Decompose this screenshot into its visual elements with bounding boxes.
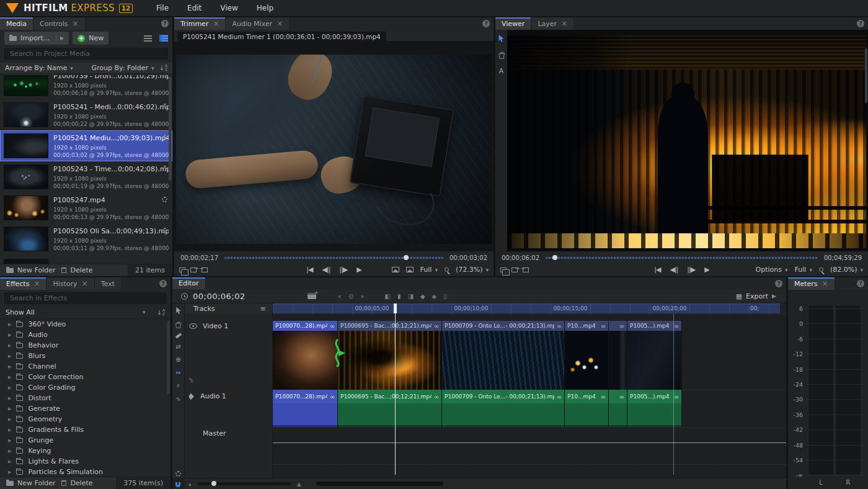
scrubber-thumb[interactable] (552, 255, 557, 260)
close-icon[interactable] (213, 20, 219, 28)
expand-arrow-icon[interactable]: ▶ (8, 364, 11, 369)
speaker-icon[interactable] (189, 395, 191, 398)
zoom-out-icon[interactable]: ▲ (188, 482, 192, 486)
pause-trim-icon[interactable]: ▮ (397, 293, 401, 300)
export-button[interactable]: ▦ Export ▶ (736, 292, 776, 300)
media-item[interactable]: P1005241 - Medi...0;00;46;02).mp4 1920 x… (0, 99, 172, 130)
timeline-clip[interactable] (609, 390, 627, 427)
trimmer-scrubber[interactable] (224, 257, 443, 259)
trimmer-zoom-dropdown[interactable]: (72.3%) (456, 266, 489, 274)
expand-arrow-icon[interactable]: ▶ (8, 396, 11, 401)
step-forward-button[interactable]: ||▶ (687, 266, 695, 274)
go-to-start-button[interactable]: |◀ (654, 266, 660, 274)
video-track-header[interactable]: Video 1 (189, 322, 228, 330)
timeline-clip[interactable]: P1000695 - Bac...;00;12;21).mp4 (338, 390, 442, 427)
tab-trimmer[interactable]: Trimmer (174, 17, 226, 30)
insert-icon[interactable] (523, 267, 529, 272)
playhead[interactable] (395, 303, 396, 475)
effects-search-input[interactable] (4, 292, 166, 304)
snap-magnet-icon[interactable] (175, 482, 180, 487)
effects-folder-row[interactable]: ▶ Particles & Simulation (0, 467, 170, 476)
select-tool-icon[interactable] (175, 307, 182, 315)
menu-item[interactable]: Edit (187, 4, 202, 12)
slider-thumb[interactable] (211, 481, 216, 486)
timeline-clip[interactable] (609, 321, 627, 390)
tab-effects[interactable]: Effects (0, 277, 46, 290)
hand-tool-icon[interactable] (498, 51, 505, 59)
expand-arrow-icon[interactable]: ▶ (8, 354, 11, 359)
sort-icon[interactable]: ↓AZ (159, 64, 167, 71)
timeline-clip[interactable]: P1000695 - Bac...;00;12;21).mp4 (338, 321, 442, 390)
snapshot-icon[interactable] (406, 267, 414, 272)
timeline-clip[interactable]: P10...mp4 (565, 390, 609, 427)
timeline-zoom-slider[interactable] (198, 482, 291, 485)
zoom-in-icon[interactable]: ▲ (297, 481, 301, 487)
help-icon[interactable]: ? (857, 20, 864, 27)
prev-edit-icon[interactable]: « (338, 293, 342, 300)
timeline-clip[interactable]: P100070...28).mp4 (273, 321, 338, 390)
trim-out-icon[interactable]: ◨ (407, 293, 413, 300)
menu-item[interactable]: View (220, 4, 237, 12)
help-icon[interactable]: ? (775, 280, 782, 287)
play-button[interactable]: ▶ (356, 266, 361, 274)
media-item[interactable]: P1005241 Mediu...;00;39;03).mp4 1920 x 1… (0, 130, 172, 161)
effects-folder-row[interactable]: ▶ Blurs (0, 351, 170, 361)
viewer-scrollbar[interactable] (865, 48, 867, 103)
rate-stretch-tool-icon[interactable]: ↔ (175, 369, 180, 376)
tab-viewer[interactable]: Viewer (495, 17, 531, 30)
tab-history[interactable]: History (46, 277, 94, 290)
effects-filter-dropdown[interactable]: Show All ▾ ↓AZ (0, 306, 170, 319)
effects-folder-row[interactable]: ▶ Channel (0, 361, 170, 372)
help-icon[interactable]: ? (161, 20, 169, 27)
gear-icon[interactable] (162, 228, 167, 233)
step-forward-button[interactable]: ||▶ (339, 266, 347, 274)
help-icon[interactable]: ? (159, 280, 167, 287)
export-frame-icon[interactable] (190, 267, 197, 272)
trimmer-fit-dropdown[interactable]: Full (420, 266, 438, 274)
detail-view-icon[interactable] (159, 35, 168, 42)
roll-trim-icon[interactable]: ◈ (432, 293, 437, 300)
media-item[interactable]: P1005243 - Time...0;00;42;08).mp4 1920 x… (0, 161, 172, 192)
expand-arrow-icon[interactable]: ▶ (8, 417, 11, 422)
expand-arrow-icon[interactable]: ▶ (8, 428, 11, 433)
tab-text[interactable]: Text (95, 277, 122, 290)
play-button[interactable]: ▶ (704, 266, 709, 274)
export-frame-icon[interactable] (512, 267, 518, 272)
gear-icon[interactable] (162, 166, 167, 171)
hand-tool-icon[interactable] (175, 321, 182, 328)
effects-folder-row[interactable]: ▶ Color Grading (0, 382, 170, 393)
expand-arrow-icon[interactable]: ▶ (8, 385, 11, 390)
options-dropdown[interactable]: Options (756, 266, 788, 274)
slice-tool-icon[interactable] (175, 333, 181, 338)
visibility-eye-icon[interactable] (189, 323, 197, 329)
trim-in-icon[interactable]: ◧ (384, 293, 390, 300)
current-edit-icon[interactable]: ⊙ (348, 293, 353, 300)
tab-media[interactable]: Media (0, 17, 33, 30)
viewer-zoom-dropdown[interactable]: (82.0%) (830, 266, 863, 274)
expand-arrow-icon[interactable]: ▶ (8, 322, 11, 327)
step-back-button[interactable]: ◀|| (322, 266, 330, 274)
close-icon[interactable] (277, 20, 283, 28)
effects-folder-row[interactable]: ▶ Behavior (0, 340, 170, 351)
new-folder-button[interactable]: New Folder (6, 266, 55, 274)
expand-arrow-icon[interactable]: ▶ (8, 470, 11, 475)
master-track-header[interactable]: Master (203, 429, 226, 437)
tab-audio-mixer[interactable]: Audio Mixer (226, 17, 290, 30)
effects-folder-row[interactable]: ▶ Keying (0, 446, 170, 456)
expand-arrow-icon[interactable]: ▶ (8, 449, 11, 454)
effects-folder-row[interactable]: ▶ Geometry (0, 414, 170, 424)
timeline[interactable]: 00;00;05;0000;00;10;0000;00;15;0000;00;2… (273, 303, 786, 478)
sort-icon[interactable]: ↓AZ (156, 308, 165, 316)
slip-tool-icon[interactable]: ⇄ (175, 343, 180, 350)
slide-trim-icon[interactable]: ▯ (443, 293, 447, 300)
media-item[interactable]: P1005250 Oli Sa...0;00;49;13).mp4 1920 x… (0, 223, 172, 254)
delete-button[interactable]: Delete (61, 479, 92, 487)
ripple-trim-icon[interactable]: ◆ (420, 293, 425, 300)
viewer-scrubber[interactable] (546, 257, 818, 259)
tab-layer[interactable]: Layer (531, 17, 574, 30)
timeline-clip[interactable]: P100070...28).mp4 (273, 390, 338, 427)
loop-icon[interactable] (500, 267, 507, 272)
audio-sync-icon[interactable]: ∿̲ (188, 376, 193, 382)
compare-icon[interactable] (392, 267, 399, 272)
close-icon[interactable] (73, 20, 79, 28)
